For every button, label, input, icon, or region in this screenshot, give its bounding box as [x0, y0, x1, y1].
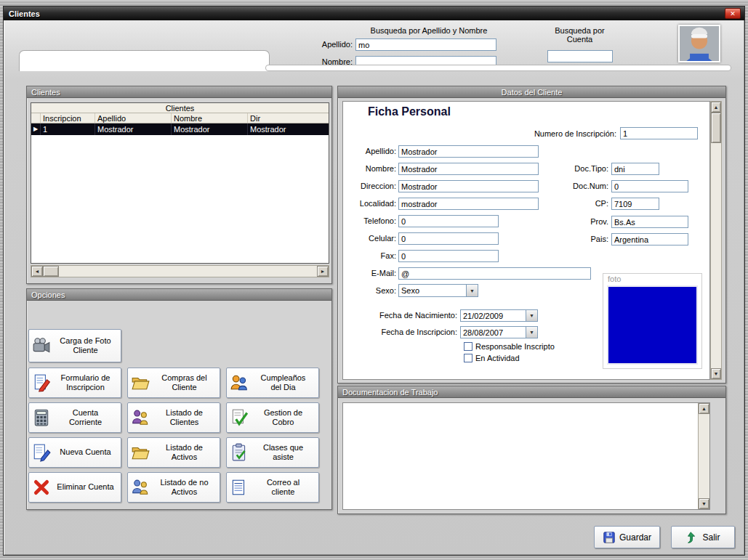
titlebar[interactable]: Clientes — [4, 7, 744, 20]
prov-label: Prov. — [547, 217, 608, 226]
v-scroll-track[interactable] — [711, 143, 721, 368]
button-label: Listado de no Activos — [152, 478, 217, 497]
scroll-left-button[interactable]: ◄ — [31, 266, 43, 277]
responsable-inscripto-checkbox[interactable]: Responsable Inscripto — [464, 342, 555, 351]
button-label: Gestion de Cobro — [251, 408, 315, 427]
chevron-down-icon[interactable]: ▼ — [526, 310, 537, 321]
foto-label: foto — [608, 275, 621, 283]
documentacion-v-scrollbar[interactable]: ▲ ▼ — [698, 403, 709, 509]
button-label: Listado de Activos — [152, 443, 217, 462]
localidad-input[interactable] — [398, 198, 539, 210]
row-marker-icon: ▶ — [31, 123, 41, 135]
sexo-select[interactable]: Sexo ▼ — [398, 284, 478, 297]
celular-input[interactable] — [398, 232, 499, 245]
correo-al-cliente-button[interactable]: Correo al cliente — [226, 472, 319, 503]
fax-input[interactable] — [398, 250, 499, 262]
celular-label: Celular: — [345, 234, 396, 243]
guardar-button[interactable]: Guardar — [594, 526, 660, 548]
scroll-right-button[interactable]: ► — [317, 266, 329, 277]
v-scroll-thumb[interactable] — [711, 113, 721, 143]
salir-button[interactable]: Salir — [671, 526, 735, 548]
listado-de-clientes-button[interactable]: Listado de Clientes — [127, 402, 220, 433]
search-apellido-label: Apellido: — [291, 40, 353, 49]
telefono-label: Telefono: — [345, 216, 396, 225]
apellido-label: Apellido: — [345, 147, 396, 155]
search-byname-title: Busqueda por Apellido y Nombre — [323, 26, 534, 35]
table-row[interactable]: ▶ 1 Mostrador Mostrador Mostrador — [31, 123, 329, 135]
listado-de-no-activos-button[interactable]: Listado de no Activos — [127, 472, 220, 503]
grid-col-apellido[interactable]: Apellido — [95, 113, 172, 123]
grid-col-inscripcion[interactable]: Inscripcion — [41, 113, 95, 123]
top-tab[interactable] — [19, 50, 270, 71]
documentacion-textarea-wrap: ▲ ▼ — [342, 402, 710, 510]
carga-de-foto-cliente-button[interactable]: Carga de Foto Cliente — [28, 329, 121, 362]
person-avatar-icon — [680, 26, 719, 61]
guardar-label: Guardar — [619, 532, 651, 543]
v-scroll-track[interactable] — [699, 414, 709, 498]
foto-groupbox: foto — [603, 273, 702, 369]
datos-v-scrollbar[interactable]: ▲ ▼ — [710, 101, 722, 380]
clientes-window: Clientes ✕ Busqueda por Apellido y Nombr… — [3, 6, 745, 556]
search-cuenta-input[interactable] — [547, 50, 613, 62]
cell-apellido: Mostrador — [95, 123, 172, 135]
eliminar-cuenta-button[interactable]: Eliminar Cuenta — [28, 472, 121, 503]
calculator-icon — [32, 408, 51, 427]
checkbox-box[interactable] — [464, 342, 472, 351]
apellido-input[interactable] — [398, 145, 539, 158]
chevron-down-icon[interactable]: ▼ — [526, 327, 537, 338]
folder-open-icon — [131, 443, 150, 462]
clases-que-asiste-button[interactable]: Clases que asiste — [226, 437, 319, 468]
grid-column-headers: Inscripcion Apellido Nombre Dir — [31, 113, 329, 123]
prov-input[interactable] — [611, 216, 688, 228]
cp-input[interactable] — [611, 198, 659, 210]
pais-input[interactable] — [611, 233, 688, 245]
direccion-input[interactable] — [398, 180, 539, 192]
scroll-up-button[interactable]: ▲ — [711, 102, 721, 113]
grid-selector-header — [31, 113, 41, 123]
button-label: Compras del Cliente — [152, 373, 217, 392]
ficha-personal-title: Ficha Personal — [368, 105, 451, 118]
formulario-de-inscripcion-button[interactable]: Formulario de Inscripcion — [28, 368, 121, 398]
people-pair-icon — [131, 408, 150, 427]
datos-del-cliente-panel: Datos del Cliente Ficha Personal Numero … — [337, 86, 726, 384]
nueva-cuenta-button[interactable]: Nueva Cuenta — [28, 437, 121, 468]
fax-label: Fax: — [345, 251, 396, 260]
doc-num-input[interactable] — [611, 180, 688, 192]
email-input[interactable] — [398, 267, 591, 280]
cuenta-corriente-button[interactable]: Cuenta Corriente — [28, 402, 121, 433]
button-label: Nueva Cuenta — [53, 447, 118, 457]
doc-tipo-input[interactable] — [611, 163, 659, 175]
clientes-panel: Clientes Clientes Inscripcion Apellido N… — [26, 86, 332, 284]
folder-open-icon — [131, 373, 150, 392]
grid-h-scrollbar[interactable]: ◄ ► — [31, 265, 329, 277]
scroll-down-button[interactable]: ▼ — [699, 498, 709, 509]
search-apellido-input[interactable] — [355, 38, 496, 51]
h-scroll-thumb[interactable] — [43, 266, 59, 277]
checkbox-box[interactable] — [464, 354, 472, 362]
desktop-background: Clientes ✕ Busqueda por Apellido y Nombr… — [0, 0, 748, 560]
num-inscripcion-input[interactable] — [620, 127, 698, 139]
fecha-nacimiento-picker[interactable]: 21/02/2009 ▼ — [460, 309, 538, 322]
h-scroll-track[interactable] — [59, 266, 317, 277]
grid-col-dir[interactable]: Dir — [248, 113, 329, 123]
gestion-de-cobro-button[interactable]: Gestion de Cobro — [226, 402, 319, 433]
doc-lines-icon — [230, 478, 249, 497]
fecha-inscripcion-value: 28/08/2007 — [461, 327, 526, 338]
clipboard-check-icon — [230, 443, 249, 462]
fecha-nacimiento-value: 21/02/2009 — [461, 310, 526, 321]
grid-col-nombre[interactable]: Nombre — [172, 113, 248, 123]
compras-del-cliente-button[interactable]: Compras del Cliente — [127, 368, 220, 398]
button-label: Formulario de Inscripcion — [53, 373, 118, 392]
fecha-inscripcion-picker[interactable]: 28/08/2007 ▼ — [460, 326, 538, 338]
scroll-down-button[interactable]: ▼ — [711, 368, 721, 379]
datos-panel-header: Datos del Cliente — [338, 86, 725, 98]
nombre-input[interactable] — [398, 163, 539, 175]
cumpleanos-del-dia-button[interactable]: Cumpleaños del Dia — [226, 368, 319, 398]
documentacion-textarea[interactable] — [343, 403, 698, 509]
close-button[interactable]: ✕ — [725, 8, 741, 19]
telefono-input[interactable] — [398, 215, 499, 227]
chevron-down-icon[interactable]: ▼ — [466, 285, 478, 296]
scroll-up-button[interactable]: ▲ — [699, 403, 709, 414]
en-actividad-checkbox[interactable]: En Actividad — [464, 354, 520, 362]
listado-de-activos-button[interactable]: Listado de Activos — [127, 437, 220, 468]
